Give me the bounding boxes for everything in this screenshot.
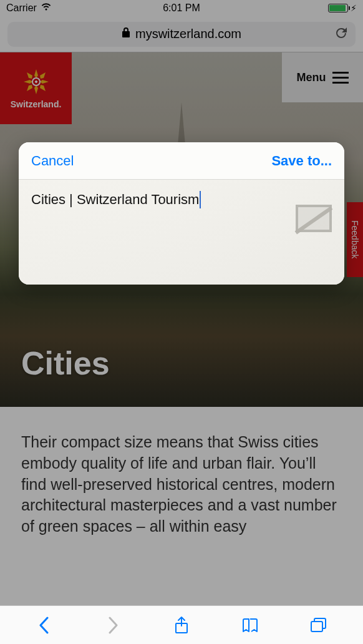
tabs-button[interactable] [309,615,329,635]
browser-toolbar [0,605,363,644]
share-button[interactable] [172,615,191,635]
svg-rect-3 [311,622,322,632]
text-caret [200,191,201,208]
save-to-button[interactable]: Save to... [271,153,332,169]
title-input[interactable]: Cities | Switzerland Tourism [31,191,332,208]
modal-header: Cancel Save to... [19,142,344,180]
forward-button[interactable] [103,615,123,635]
modal-backdrop[interactable] [0,0,363,644]
modal-body: Cities | Switzerland Tourism [19,180,344,285]
cancel-button[interactable]: Cancel [31,153,74,169]
back-button[interactable] [34,615,54,635]
save-to-modal: Cancel Save to... Cities | Switzerland T… [19,142,344,285]
bookmarks-button[interactable] [240,615,260,635]
title-input-value: Cities | Switzerland Tourism [31,192,199,208]
thumbnail-placeholder [296,205,332,232]
